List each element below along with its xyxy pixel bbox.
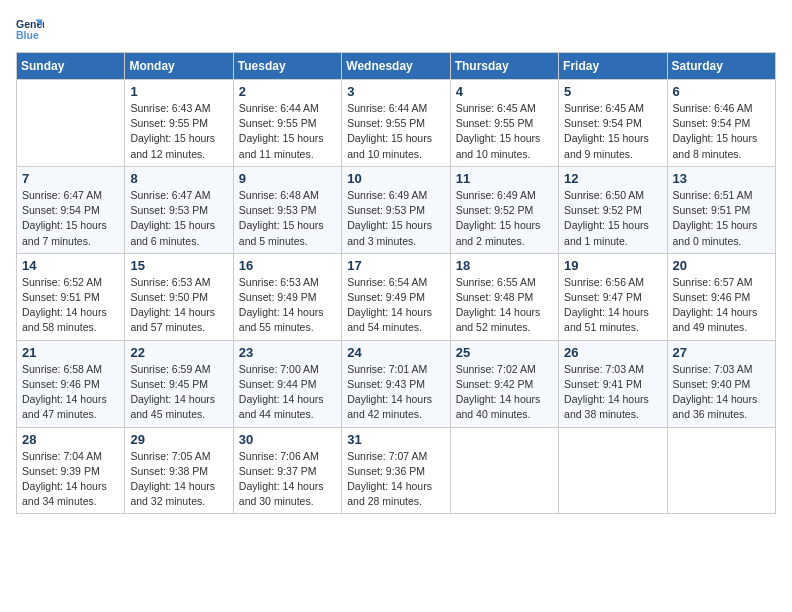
day-number: 11	[456, 171, 553, 186]
day-number: 16	[239, 258, 336, 273]
day-info: Sunrise: 6:54 AM Sunset: 9:49 PM Dayligh…	[347, 275, 444, 336]
calendar-cell: 27Sunrise: 7:03 AM Sunset: 9:40 PM Dayli…	[667, 340, 775, 427]
day-number: 9	[239, 171, 336, 186]
weekday-header: Wednesday	[342, 53, 450, 80]
day-number: 22	[130, 345, 227, 360]
day-info: Sunrise: 7:00 AM Sunset: 9:44 PM Dayligh…	[239, 362, 336, 423]
day-info: Sunrise: 6:52 AM Sunset: 9:51 PM Dayligh…	[22, 275, 119, 336]
day-info: Sunrise: 6:56 AM Sunset: 9:47 PM Dayligh…	[564, 275, 661, 336]
day-number: 13	[673, 171, 770, 186]
day-info: Sunrise: 6:53 AM Sunset: 9:49 PM Dayligh…	[239, 275, 336, 336]
calendar-cell: 28Sunrise: 7:04 AM Sunset: 9:39 PM Dayli…	[17, 427, 125, 514]
day-info: Sunrise: 6:47 AM Sunset: 9:53 PM Dayligh…	[130, 188, 227, 249]
calendar-week-row: 14Sunrise: 6:52 AM Sunset: 9:51 PM Dayli…	[17, 253, 776, 340]
calendar-cell: 30Sunrise: 7:06 AM Sunset: 9:37 PM Dayli…	[233, 427, 341, 514]
calendar-cell: 10Sunrise: 6:49 AM Sunset: 9:53 PM Dayli…	[342, 166, 450, 253]
calendar-cell: 31Sunrise: 7:07 AM Sunset: 9:36 PM Dayli…	[342, 427, 450, 514]
calendar-week-row: 21Sunrise: 6:58 AM Sunset: 9:46 PM Dayli…	[17, 340, 776, 427]
calendar-cell: 21Sunrise: 6:58 AM Sunset: 9:46 PM Dayli…	[17, 340, 125, 427]
day-number: 14	[22, 258, 119, 273]
day-number: 25	[456, 345, 553, 360]
logo-icon: General Blue	[16, 16, 44, 44]
day-info: Sunrise: 6:47 AM Sunset: 9:54 PM Dayligh…	[22, 188, 119, 249]
day-info: Sunrise: 6:53 AM Sunset: 9:50 PM Dayligh…	[130, 275, 227, 336]
day-number: 18	[456, 258, 553, 273]
day-number: 2	[239, 84, 336, 99]
calendar-cell: 9Sunrise: 6:48 AM Sunset: 9:53 PM Daylig…	[233, 166, 341, 253]
calendar-cell: 19Sunrise: 6:56 AM Sunset: 9:47 PM Dayli…	[559, 253, 667, 340]
day-number: 24	[347, 345, 444, 360]
day-number: 3	[347, 84, 444, 99]
day-info: Sunrise: 6:51 AM Sunset: 9:51 PM Dayligh…	[673, 188, 770, 249]
calendar-cell	[450, 427, 558, 514]
day-info: Sunrise: 6:43 AM Sunset: 9:55 PM Dayligh…	[130, 101, 227, 162]
calendar-week-row: 28Sunrise: 7:04 AM Sunset: 9:39 PM Dayli…	[17, 427, 776, 514]
weekday-header: Saturday	[667, 53, 775, 80]
day-info: Sunrise: 7:03 AM Sunset: 9:40 PM Dayligh…	[673, 362, 770, 423]
day-number: 8	[130, 171, 227, 186]
calendar-week-row: 7Sunrise: 6:47 AM Sunset: 9:54 PM Daylig…	[17, 166, 776, 253]
day-info: Sunrise: 6:45 AM Sunset: 9:55 PM Dayligh…	[456, 101, 553, 162]
day-number: 15	[130, 258, 227, 273]
calendar-cell: 25Sunrise: 7:02 AM Sunset: 9:42 PM Dayli…	[450, 340, 558, 427]
day-number: 5	[564, 84, 661, 99]
day-info: Sunrise: 6:57 AM Sunset: 9:46 PM Dayligh…	[673, 275, 770, 336]
weekday-header: Tuesday	[233, 53, 341, 80]
calendar-cell: 1Sunrise: 6:43 AM Sunset: 9:55 PM Daylig…	[125, 80, 233, 167]
day-number: 27	[673, 345, 770, 360]
calendar-cell	[667, 427, 775, 514]
day-number: 1	[130, 84, 227, 99]
day-info: Sunrise: 7:05 AM Sunset: 9:38 PM Dayligh…	[130, 449, 227, 510]
page-header: General Blue	[16, 16, 776, 44]
day-number: 6	[673, 84, 770, 99]
day-number: 30	[239, 432, 336, 447]
weekday-header: Thursday	[450, 53, 558, 80]
calendar-cell: 14Sunrise: 6:52 AM Sunset: 9:51 PM Dayli…	[17, 253, 125, 340]
calendar-cell: 18Sunrise: 6:55 AM Sunset: 9:48 PM Dayli…	[450, 253, 558, 340]
day-info: Sunrise: 6:44 AM Sunset: 9:55 PM Dayligh…	[239, 101, 336, 162]
calendar-table: SundayMondayTuesdayWednesdayThursdayFrid…	[16, 52, 776, 514]
calendar-cell	[17, 80, 125, 167]
day-number: 12	[564, 171, 661, 186]
calendar-cell	[559, 427, 667, 514]
day-number: 26	[564, 345, 661, 360]
day-number: 21	[22, 345, 119, 360]
calendar-cell: 8Sunrise: 6:47 AM Sunset: 9:53 PM Daylig…	[125, 166, 233, 253]
calendar-cell: 16Sunrise: 6:53 AM Sunset: 9:49 PM Dayli…	[233, 253, 341, 340]
calendar-cell: 4Sunrise: 6:45 AM Sunset: 9:55 PM Daylig…	[450, 80, 558, 167]
calendar-cell: 13Sunrise: 6:51 AM Sunset: 9:51 PM Dayli…	[667, 166, 775, 253]
day-info: Sunrise: 7:03 AM Sunset: 9:41 PM Dayligh…	[564, 362, 661, 423]
day-info: Sunrise: 6:50 AM Sunset: 9:52 PM Dayligh…	[564, 188, 661, 249]
calendar-cell: 26Sunrise: 7:03 AM Sunset: 9:41 PM Dayli…	[559, 340, 667, 427]
day-info: Sunrise: 7:07 AM Sunset: 9:36 PM Dayligh…	[347, 449, 444, 510]
weekday-header: Friday	[559, 53, 667, 80]
calendar-cell: 23Sunrise: 7:00 AM Sunset: 9:44 PM Dayli…	[233, 340, 341, 427]
day-number: 20	[673, 258, 770, 273]
day-info: Sunrise: 6:59 AM Sunset: 9:45 PM Dayligh…	[130, 362, 227, 423]
day-info: Sunrise: 6:55 AM Sunset: 9:48 PM Dayligh…	[456, 275, 553, 336]
day-number: 7	[22, 171, 119, 186]
day-info: Sunrise: 6:58 AM Sunset: 9:46 PM Dayligh…	[22, 362, 119, 423]
day-info: Sunrise: 6:46 AM Sunset: 9:54 PM Dayligh…	[673, 101, 770, 162]
day-number: 4	[456, 84, 553, 99]
day-number: 19	[564, 258, 661, 273]
weekday-header: Monday	[125, 53, 233, 80]
calendar-cell: 24Sunrise: 7:01 AM Sunset: 9:43 PM Dayli…	[342, 340, 450, 427]
calendar-header: SundayMondayTuesdayWednesdayThursdayFrid…	[17, 53, 776, 80]
day-info: Sunrise: 6:44 AM Sunset: 9:55 PM Dayligh…	[347, 101, 444, 162]
day-number: 29	[130, 432, 227, 447]
day-number: 23	[239, 345, 336, 360]
day-info: Sunrise: 7:01 AM Sunset: 9:43 PM Dayligh…	[347, 362, 444, 423]
calendar-cell: 6Sunrise: 6:46 AM Sunset: 9:54 PM Daylig…	[667, 80, 775, 167]
logo: General Blue	[16, 16, 44, 44]
svg-text:Blue: Blue	[16, 29, 39, 41]
day-info: Sunrise: 7:02 AM Sunset: 9:42 PM Dayligh…	[456, 362, 553, 423]
day-info: Sunrise: 6:49 AM Sunset: 9:53 PM Dayligh…	[347, 188, 444, 249]
weekday-header: Sunday	[17, 53, 125, 80]
day-info: Sunrise: 6:48 AM Sunset: 9:53 PM Dayligh…	[239, 188, 336, 249]
calendar-cell: 3Sunrise: 6:44 AM Sunset: 9:55 PM Daylig…	[342, 80, 450, 167]
calendar-cell: 17Sunrise: 6:54 AM Sunset: 9:49 PM Dayli…	[342, 253, 450, 340]
day-number: 17	[347, 258, 444, 273]
day-number: 10	[347, 171, 444, 186]
calendar-week-row: 1Sunrise: 6:43 AM Sunset: 9:55 PM Daylig…	[17, 80, 776, 167]
